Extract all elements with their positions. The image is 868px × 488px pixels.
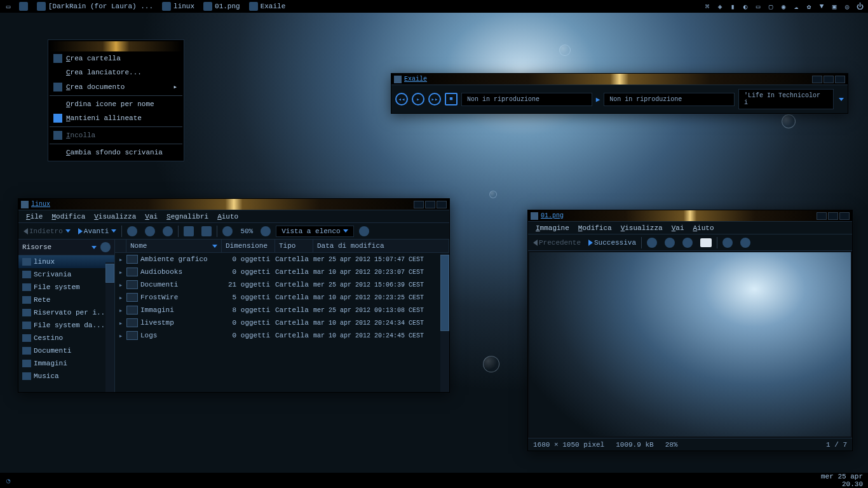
sidebar-item[interactable]: Scrivania xyxy=(18,268,114,281)
sidebar-item[interactable]: Rete xyxy=(18,294,114,306)
back-button[interactable]: Indietro xyxy=(21,226,73,236)
start-menu-icon[interactable]: ◔ xyxy=(3,475,14,485)
tray-battery-icon[interactable]: ▮ xyxy=(727,1,738,11)
col-date[interactable]: Data di modifica xyxy=(313,240,449,252)
ctx-item[interactable]: Crea cartella xyxy=(50,51,182,65)
sidebar-item[interactable]: Riservato per i... xyxy=(18,306,114,319)
tray-gear-icon[interactable]: ✿ xyxy=(803,1,815,11)
show-desktop-icon[interactable]: ▭ xyxy=(3,1,14,11)
stop-nav-button[interactable] xyxy=(142,225,158,238)
tray-weather-icon[interactable]: ☁ xyxy=(790,1,802,11)
ctx-item[interactable]: Crea documento▸ xyxy=(50,79,182,94)
close-button[interactable] xyxy=(835,76,845,83)
file-row[interactable]: ▸Audiobooks0 oggettiCartellamar 10 apr 2… xyxy=(115,266,449,278)
col-name[interactable]: Nome xyxy=(126,240,222,252)
tray-update-icon[interactable]: ◉ xyxy=(778,1,789,11)
zoom-in-button[interactable] xyxy=(258,225,273,238)
sidebar-item[interactable]: File system xyxy=(18,281,114,294)
prev-image-button[interactable]: Precedente xyxy=(531,238,583,248)
exaile-titlebar[interactable]: Exaile xyxy=(391,74,848,85)
prev-button[interactable]: ◂◂ xyxy=(395,93,408,105)
menu-immagine[interactable]: Immagine xyxy=(532,223,573,233)
tray-app-icon[interactable]: ◎ xyxy=(841,1,853,11)
file-row[interactable]: ▸livestmp0 oggettiCartellamar 10 apr 201… xyxy=(115,316,449,329)
image-canvas[interactable] xyxy=(529,252,851,437)
stop-button[interactable]: ■ xyxy=(445,93,458,105)
fullscreen-button[interactable] xyxy=(698,237,714,248)
ctx-item[interactable]: Mantieni allineate xyxy=(50,111,182,125)
tray-apple-icon[interactable]: ⌘ xyxy=(702,1,713,11)
sidebar-item[interactable]: Immagini xyxy=(18,357,114,370)
menu-aiuto[interactable]: Aiuto xyxy=(214,212,242,222)
sidebar-item[interactable]: File system da... xyxy=(18,319,114,332)
taskbar-item-01png[interactable]: 01.png xyxy=(200,1,244,12)
taskbar-item[interactable] xyxy=(15,1,32,12)
menu-visualizza[interactable]: Visualizza xyxy=(617,223,667,233)
home-button[interactable] xyxy=(181,225,196,238)
tray-down-icon[interactable]: ▼ xyxy=(816,1,827,11)
zoom-in-button[interactable] xyxy=(644,236,660,249)
queue-dropdown-icon[interactable] xyxy=(839,98,844,101)
col-size[interactable]: Dimensione xyxy=(222,240,275,252)
rotate-right-button[interactable] xyxy=(738,236,753,249)
menu-visualizza[interactable]: Visualizza xyxy=(90,212,140,222)
zoom-out-button[interactable] xyxy=(662,236,677,249)
fm-titlebar[interactable]: linux xyxy=(18,199,449,210)
file-row[interactable]: ▸Documenti21 oggettiCartellamer 25 apr 2… xyxy=(115,278,449,291)
close-button[interactable] xyxy=(437,201,447,208)
menu-file[interactable]: File xyxy=(22,212,46,222)
sidebar-scrollbar[interactable] xyxy=(105,262,114,392)
file-row[interactable]: ▸Logs0 oggettiCartellamar 10 apr 2012 20… xyxy=(115,329,449,342)
taskbar-item-linux[interactable]: linux xyxy=(158,1,198,12)
up-button[interactable] xyxy=(125,225,140,238)
ctx-item[interactable]: Ordina icone per nome xyxy=(50,97,182,111)
reload-button[interactable] xyxy=(160,225,175,238)
tray-power-icon[interactable]: ⏻ xyxy=(854,1,865,11)
zoom-out-button[interactable] xyxy=(220,225,235,238)
clock[interactable]: mer 25 apr 20.30 xyxy=(816,473,868,488)
close-button[interactable] xyxy=(839,212,850,220)
col-type[interactable]: Tipo xyxy=(275,240,313,252)
zoom-fit-button[interactable] xyxy=(680,236,695,249)
rotate-left-button[interactable] xyxy=(720,236,735,249)
minimize-button[interactable] xyxy=(817,212,827,220)
sidebar-item[interactable]: Cestino xyxy=(18,332,114,344)
sidebar-header[interactable]: Risorse xyxy=(18,240,114,255)
taskbar-item-darkrain[interactable]: [DarkRain (for Laura) ... xyxy=(33,1,157,12)
view-mode-select[interactable]: Vista a elenco xyxy=(276,226,353,237)
menu-vai[interactable]: Vai xyxy=(668,223,688,233)
file-row[interactable]: ▸FrostWire5 oggettiCartellamar 10 apr 20… xyxy=(115,291,449,304)
sidebar-item[interactable]: Musica xyxy=(18,370,114,383)
iv-titlebar[interactable]: 01.png xyxy=(528,210,852,222)
minimize-button[interactable] xyxy=(812,76,822,83)
menu-vai[interactable]: Vai xyxy=(141,212,161,222)
maximize-button[interactable] xyxy=(828,212,838,220)
maximize-button[interactable] xyxy=(824,76,834,83)
play-button[interactable]: ▸ xyxy=(412,93,424,105)
menu-segnalibri[interactable]: Segnalibri xyxy=(163,212,212,222)
play-indicator-icon[interactable]: ▶ xyxy=(596,95,600,104)
menu-modifica[interactable]: Modifica xyxy=(574,223,616,233)
tray-volume-icon[interactable]: ◐ xyxy=(740,1,751,11)
sidebar-item[interactable]: Documenti xyxy=(18,344,114,357)
ctx-item[interactable]: Cambia sfondo scrivania xyxy=(50,146,182,159)
refresh-icon[interactable] xyxy=(100,242,111,252)
next-button[interactable]: ▸▸ xyxy=(428,93,441,105)
minimize-button[interactable] xyxy=(414,201,424,208)
forward-button[interactable]: Avanti xyxy=(76,226,119,236)
taskbar-item-exaile[interactable]: Exaile xyxy=(245,1,290,12)
menu-aiuto[interactable]: Aiuto xyxy=(689,223,718,233)
computer-button[interactable] xyxy=(199,225,214,238)
tray-chat-icon[interactable]: ▭ xyxy=(752,1,764,11)
next-image-button[interactable]: Successiva xyxy=(586,238,639,248)
ctx-item[interactable]: Crea lanciatore... xyxy=(50,65,182,79)
file-row[interactable]: ▸Immagini8 oggettiCartellamer 25 apr 201… xyxy=(115,304,449,316)
file-row[interactable]: ▸Ambiente grafico0 oggettiCartellamer 25… xyxy=(115,253,449,266)
tray-monitor-icon[interactable]: ▢ xyxy=(765,1,776,11)
maximize-button[interactable] xyxy=(425,201,435,208)
menu-modifica[interactable]: Modifica xyxy=(48,212,89,222)
search-button[interactable] xyxy=(356,225,372,238)
sidebar-item[interactable]: linux xyxy=(18,255,114,268)
list-scrollbar[interactable] xyxy=(440,254,449,392)
tray-wifi-icon[interactable]: ◈ xyxy=(714,1,726,11)
